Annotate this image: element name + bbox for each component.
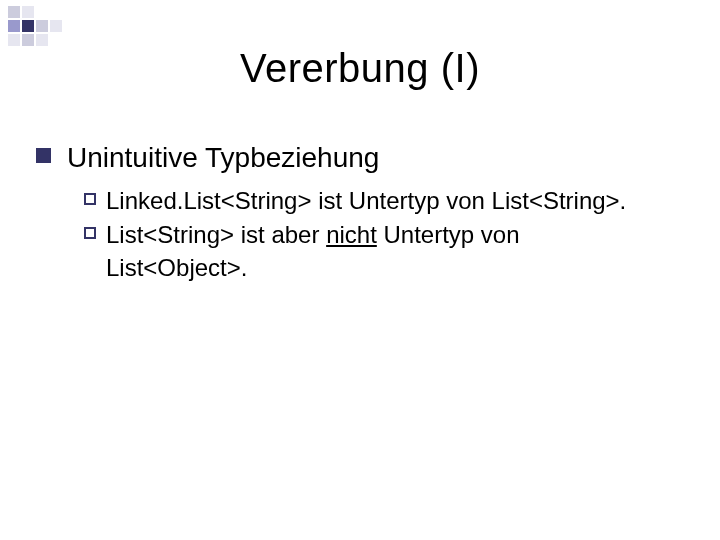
sub-item-text: List<String> ist aber nicht Untertyp von… — [106, 219, 646, 284]
content-area: Unintuitive Typbeziehung Linked.List<Str… — [36, 140, 684, 286]
slide-title: Vererbung (I) — [0, 46, 720, 91]
sub-item-text: Linked.List<String> ist Untertyp von Lis… — [106, 185, 626, 217]
sub-bullets: Linked.List<String> ist Untertyp von Lis… — [84, 185, 684, 284]
square-bullet-outline-icon — [84, 193, 96, 205]
bullet-level1: Unintuitive Typbeziehung — [36, 140, 684, 175]
slide: Vererbung (I) Unintuitive Typbeziehung L… — [0, 0, 720, 540]
underlined-text: nicht — [326, 221, 377, 248]
text-part: List<String> ist aber — [106, 221, 326, 248]
heading-text: Unintuitive Typbeziehung — [67, 140, 379, 175]
bullet-level2: List<String> ist aber nicht Untertyp von… — [84, 219, 684, 284]
bullet-level2: Linked.List<String> ist Untertyp von Lis… — [84, 185, 684, 217]
square-bullet-filled-icon — [36, 148, 51, 163]
square-bullet-outline-icon — [84, 227, 96, 239]
